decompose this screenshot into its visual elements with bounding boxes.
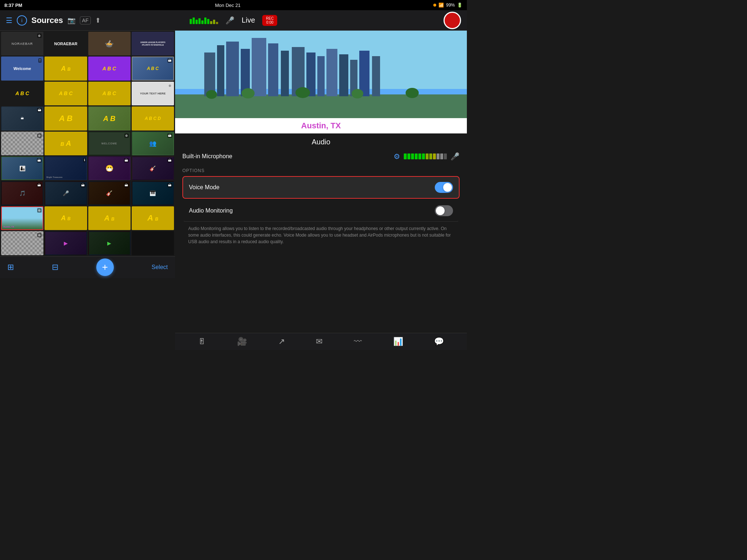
source-thumb[interactable]: A B	[44, 106, 87, 130]
bottom-icons-bar: 🎚 🎥 ↗ ✉ 〰 📊 💬	[175, 333, 467, 350]
mixer-icon[interactable]: 🎚	[198, 337, 206, 346]
source-thumb[interactable]: 🎸 🏔	[132, 156, 174, 180]
hamburger-icon[interactable]: ☰	[6, 16, 12, 25]
source-thumb[interactable]: 🏔 🏔	[1, 106, 43, 130]
source-thumb[interactable]: ⊕	[1, 132, 43, 155]
source-thumb[interactable]: ▶	[44, 231, 87, 255]
info-icon[interactable]: i	[17, 15, 27, 26]
source-thumb[interactable]: A B	[44, 206, 87, 230]
source-thumb[interactable]: 🎵 🏔	[1, 181, 43, 205]
voice-mode-row: Voice Mode	[182, 176, 460, 199]
source-thumb[interactable]: A B C	[88, 57, 131, 80]
svg-rect-2	[175, 94, 467, 118]
layer-icon: ⊕	[37, 133, 42, 138]
audio-device-name: Built-in Microphone	[182, 153, 232, 160]
record-circle-button[interactable]	[444, 12, 461, 29]
mountain-icon: 🏔	[167, 133, 172, 138]
source-thumb[interactable]: NORAEBAR	[44, 32, 87, 55]
source-thumb[interactable]: A B	[44, 57, 87, 80]
compose-icon[interactable]: ✉	[316, 337, 322, 346]
source-thumb[interactable]: 👨‍👦 🏔	[1, 156, 43, 180]
audio-title: Audio	[182, 138, 460, 146]
sources-grid: NORAEBAR ⊕ NORAEBAR 🍲 JUNIOR LEAGUE PLAY…	[0, 31, 175, 256]
source-thumb[interactable]: A B	[88, 206, 131, 230]
voice-mode-toggle[interactable]	[435, 182, 453, 193]
audio-monitoring-toggle[interactable]	[435, 205, 453, 216]
source-thumb[interactable]: 🎸 🏔	[88, 181, 131, 205]
toolbar-left: ☰ i Sources 📷 AF ⬆	[6, 15, 123, 26]
source-thumb[interactable]: A B C	[44, 82, 87, 105]
audio-description: Audio Monitoring allows you to listen to…	[182, 222, 460, 248]
layer-icon: ⊕	[37, 208, 42, 213]
mic-icon[interactable]: 🎤	[225, 16, 235, 25]
sources-bottom-bar: ⊞ ⊟ + Select	[0, 256, 175, 278]
battery-dot	[433, 4, 436, 7]
source-thumb[interactable]	[132, 231, 174, 255]
add-source-button[interactable]: +	[96, 258, 114, 276]
rec-label: REC	[266, 16, 274, 20]
battery-level: 99%	[446, 3, 455, 8]
svg-rect-9	[281, 51, 289, 96]
source-thumb[interactable]: ▶	[88, 231, 131, 255]
source-thumb[interactable]: A B C 🏔	[132, 57, 174, 80]
svg-rect-12	[317, 56, 325, 96]
source-thumb[interactable]: A B C	[88, 82, 131, 105]
svg-point-18	[206, 90, 217, 99]
source-thumb[interactable]: YOUR TEXT HERE ⊕	[132, 82, 174, 105]
status-right: 📶 99% 🔋	[433, 3, 462, 8]
select-button[interactable]: Select	[152, 264, 168, 271]
options-label: OPTIONS	[182, 168, 460, 173]
live-label: Live	[242, 16, 255, 24]
chart-icon[interactable]: 📊	[393, 337, 403, 346]
voice-mode-label: Voice Mode	[189, 184, 220, 191]
af-badge[interactable]: AF	[80, 16, 91, 24]
source-thumb[interactable]: A B	[132, 206, 174, 230]
source-thumb-austin[interactable]: Austin, TX ⊕	[1, 206, 43, 230]
mountain-icon: 🏔	[37, 108, 42, 112]
source-thumb[interactable]: Bright Treasures ℹ	[44, 156, 87, 180]
svg-point-20	[295, 87, 310, 98]
mic-mute-icon[interactable]: 🎤	[450, 152, 460, 161]
rec-button[interactable]: REC 0:00	[262, 15, 277, 26]
source-thumb[interactable]: 😷 🏔	[88, 156, 131, 180]
sources-panel: NORAEBAR ⊕ NORAEBAR 🍲 JUNIOR LEAGUE PLAY…	[0, 31, 175, 350]
grid-view-icon[interactable]: ⊞	[7, 262, 14, 272]
svg-rect-4	[217, 45, 224, 96]
source-thumb[interactable]: NORAEBAR ⊕	[1, 32, 43, 55]
status-day: Mon Dec 21	[215, 3, 241, 8]
gear-icon[interactable]: ⚙	[394, 152, 400, 161]
waveform-icon[interactable]: 〰	[354, 337, 362, 346]
svg-rect-16	[359, 51, 369, 96]
layer-icon: ℹ	[83, 158, 86, 162]
svg-rect-7	[252, 38, 266, 96]
video-icon[interactable]: 🎥	[237, 337, 247, 346]
layer-icon: ⊕	[37, 233, 42, 237]
source-thumb[interactable]: 👥 🏔	[132, 132, 174, 155]
source-thumb[interactable]: WELCOME ⊕	[88, 132, 131, 155]
source-thumb[interactable]: Welcome T	[1, 57, 43, 80]
mountain-icon: 🏔	[37, 183, 42, 187]
mountain-icon: 🏔	[124, 183, 129, 187]
export-icon[interactable]: ↗	[278, 337, 285, 346]
source-thumb[interactable]: 🎤 🏔	[44, 181, 87, 205]
source-thumb[interactable]: A B C	[1, 82, 43, 105]
camera-icon[interactable]: 📷	[67, 16, 76, 24]
chat-icon[interactable]: 💬	[434, 337, 444, 346]
mountain-icon: 🏔	[124, 158, 129, 163]
text-icon: T	[38, 58, 42, 63]
svg-rect-3	[204, 52, 215, 96]
mountain-icon: 🏔	[167, 58, 172, 63]
source-thumb[interactable]: ⊕	[1, 231, 43, 255]
source-thumb[interactable]: A B	[88, 106, 131, 130]
source-thumb[interactable]: A B C D	[132, 106, 174, 130]
preview-area: Austin, TX	[175, 31, 467, 133]
mountain-icon: 🏔	[167, 183, 172, 187]
source-thumb[interactable]: 🍲	[88, 32, 131, 55]
source-thumb[interactable]: JUNIOR LEAGUE PLAYOFFSATLANTA VS NASHVIL…	[132, 32, 174, 55]
wifi-icon: 📶	[438, 3, 444, 8]
source-thumb[interactable]: 🎹 🏔	[132, 181, 174, 205]
source-thumb[interactable]: B A	[44, 132, 87, 155]
share-icon[interactable]: ⬆	[95, 16, 101, 24]
layout-icon[interactable]: ⊟	[52, 262, 58, 272]
battery-icon: 🔋	[457, 3, 462, 8]
